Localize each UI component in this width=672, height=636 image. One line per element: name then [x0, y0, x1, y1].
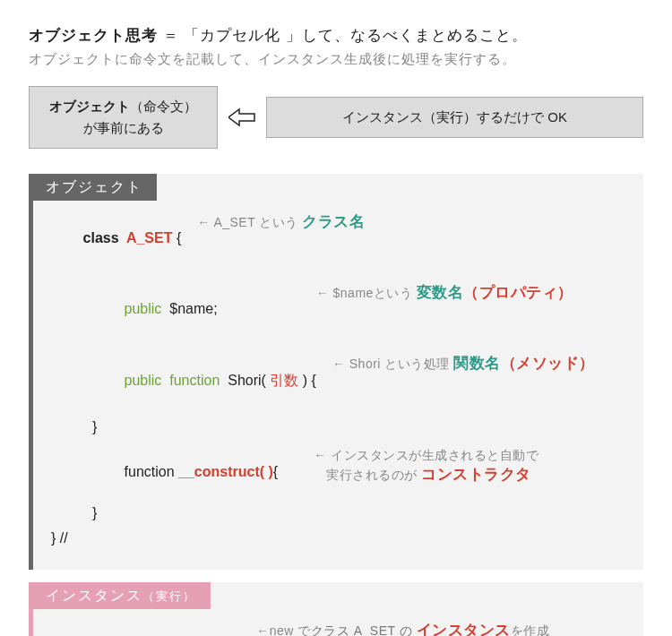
kw-class: class [83, 230, 126, 245]
comment-construct: ← インスタンスが生成されると自動で 実行されるのが コンストラクタ [314, 448, 538, 485]
comment-prop-paren: （プロパティ） [463, 284, 573, 301]
kw-function2: function [125, 464, 178, 479]
brace-open: { [172, 230, 181, 245]
instance-title-sub: （実行） [142, 589, 196, 603]
subtitle: オブジェクトに命令文を記載して、インスタンス生成後に処理を実行する。 [29, 51, 643, 68]
comment-method-pre: ← Shori という処理 [332, 357, 453, 371]
comment-class-key: クラス名 [302, 213, 365, 230]
arrow-left-icon [228, 107, 255, 127]
concept-boxes-row: オブジェクト（命令文） が事前にある インスタンス（実行）するだけで OK [29, 86, 643, 149]
comment-new-mid: クラス A_SET の [311, 623, 417, 636]
object-premise-box: オブジェクト（命令文） が事前にある [29, 86, 218, 149]
code-method: public function Shori( 引数 ) { ← Shori とい… [51, 353, 627, 407]
kw-function1: function [169, 373, 228, 388]
comment-construct-l1: ← インスタンスが生成されると自動で [314, 448, 538, 462]
code-new-instance: $kari = new A_SET ; ←new でクラス A_SET の イン… [51, 620, 627, 636]
brace-close1: } [92, 419, 97, 435]
comment-prop-pre: ← $nameという [316, 286, 417, 300]
comment-class: ← A_SET という クラス名 [197, 211, 365, 232]
var-name: $name; [169, 301, 217, 316]
class-name: A_SET [126, 230, 173, 245]
construct-brace: { [273, 464, 278, 479]
comment-new-post: を作成 [511, 623, 550, 636]
heading-line: オブジェクト思考 ＝ 「カプセル化 」して、なるべくまとめること。 [29, 25, 643, 46]
object-panel: オブジェクト class A_SET { ← A_SET という クラス名 pu… [29, 174, 643, 570]
code-construct-close: } [51, 505, 627, 521]
comment-new-key: インスタンス [417, 622, 511, 636]
instance-panel: インスタンス（実行） $kari = new A_SET ; ←new でクラス… [29, 582, 643, 636]
code-class-close: } // [51, 530, 627, 546]
construct-name: __construct( ) [178, 464, 273, 479]
brace-close2: } [92, 505, 97, 521]
instance-panel-title: インスタンス（実行） [33, 582, 211, 609]
code-class-decl: class A_SET { ← A_SET という クラス名 [51, 211, 627, 262]
kw-public1: public [125, 301, 170, 316]
method-arg: 引数 [270, 373, 298, 388]
object-premise-line1: オブジェクト（命令文） [49, 96, 197, 117]
instance-action-box: インスタンス（実行）するだけで OK [266, 97, 643, 138]
object-premise-strong: オブジェクト [49, 99, 130, 114]
kw-public2: public [125, 373, 170, 388]
heading-term: オブジェクト思考 [29, 27, 158, 44]
method-close: ) { [298, 373, 316, 388]
svg-marker-0 [228, 109, 254, 125]
heading-eq: ＝ [163, 27, 185, 44]
comment-method: ← Shori という処理 関数名（メソッド） [332, 353, 595, 374]
instance-panel-body: $kari = new A_SET ; ←new でクラス A_SET の イン… [33, 609, 643, 636]
code-property: public $name; ← $nameという 変数名（プロパティ） [51, 282, 627, 333]
comment-method-key: 関数名 [453, 355, 501, 372]
comment-method-paren: （メソッド） [501, 355, 595, 372]
code-construct: function __construct( ){ ← インスタンスが生成されると… [51, 448, 627, 496]
comment-class-pre: ← A_SET という [197, 215, 302, 229]
heading-rest: 「カプセル化 」して、なるべくまとめること。 [184, 27, 528, 44]
comment-construct-l2: 実行されるのが [314, 468, 421, 482]
object-premise-paren: （命令文） [130, 99, 197, 114]
object-panel-title: オブジェクト [33, 174, 157, 201]
comment-construct-key: コンストラクタ [421, 466, 531, 483]
comment-prop-key: 変数名 [417, 284, 464, 301]
method-name: Shori( [228, 373, 270, 388]
object-premise-line2: が事前にある [49, 117, 197, 139]
comment-new-pre: ←new で [256, 623, 311, 636]
instance-action-text: インスタンス（実行）するだけで OK [342, 109, 567, 125]
brace-close3: } // [51, 530, 68, 546]
comment-property: ← $nameという 変数名（プロパティ） [316, 282, 573, 303]
instance-title-main: インスタンス [46, 588, 142, 603]
object-panel-body: class A_SET { ← A_SET という クラス名 public $n… [33, 201, 643, 559]
code-method-close: } [51, 419, 627, 435]
comment-new: ←new でクラス A_SET の インスタンスを作成 [256, 620, 549, 636]
